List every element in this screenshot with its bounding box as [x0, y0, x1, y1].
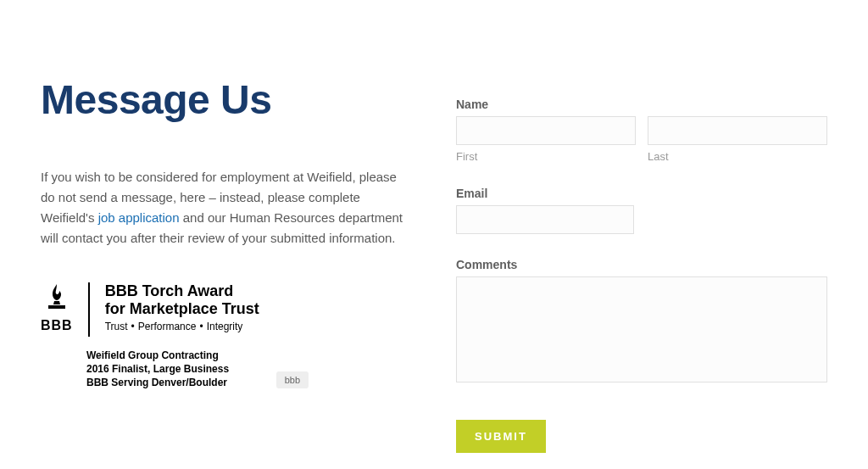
- email-input[interactable]: [456, 205, 634, 234]
- torch-icon: [44, 282, 70, 320]
- badge-meta: Weifield Group Contracting 2016 Finalist…: [86, 349, 259, 390]
- badge-meta-region: BBB Serving Denver/Boulder: [86, 376, 259, 389]
- submit-button[interactable]: SUBMIT: [456, 420, 546, 453]
- award-title-line2: for Marketplace Trust: [105, 300, 259, 318]
- vertical-divider: [88, 282, 90, 337]
- first-name-input[interactable]: [456, 116, 636, 145]
- comments-textarea[interactable]: [456, 276, 827, 382]
- badge-caption: bbb: [276, 371, 309, 388]
- svg-rect-0: [48, 305, 65, 309]
- award-sub-trust: Trust: [105, 321, 128, 332]
- last-name-input[interactable]: [648, 116, 827, 145]
- bbb-award-badge: BBB BBB Torch Award for Marketplace Trus…: [41, 282, 259, 337]
- name-label: Name: [456, 98, 827, 111]
- badge-meta-finalist: 2016 Finalist, Large Business: [86, 362, 259, 376]
- first-name-sublabel: First: [456, 150, 636, 163]
- page-title: Message Us: [41, 76, 405, 123]
- job-application-link[interactable]: job application: [98, 210, 180, 225]
- last-name-sublabel: Last: [648, 150, 827, 163]
- intro-paragraph: If you wish to be considered for employm…: [41, 167, 405, 248]
- badge-meta-company: Weifield Group Contracting: [86, 349, 259, 362]
- email-label: Email: [456, 187, 827, 200]
- bbb-mark-text: BBB: [41, 318, 73, 333]
- bbb-logo: BBB: [41, 282, 73, 333]
- comments-label: Comments: [456, 258, 827, 271]
- award-subtitle: Trust•Performance•Integrity: [105, 321, 259, 332]
- award-sub-integ: Integrity: [207, 321, 243, 332]
- award-title-line1: BBB Torch Award: [105, 282, 259, 300]
- award-sub-perf: Performance: [138, 321, 197, 332]
